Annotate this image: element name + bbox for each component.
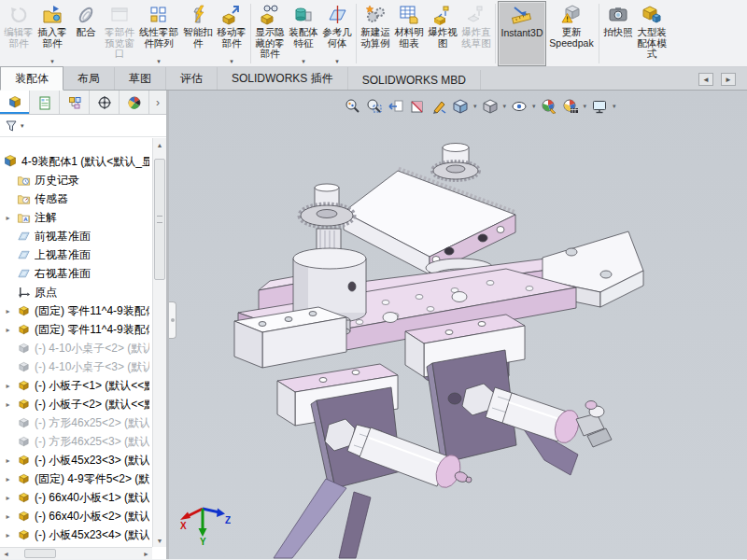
ribbon-button-bill-of-materials[interactable]: 材料明 细表 [392,1,426,66]
tab-layout[interactable]: 布局 [63,67,115,90]
tab-propertymanager[interactable] [30,91,60,114]
dropdown-arrow-icon[interactable]: ▾ [230,58,233,66]
tree-item-part[interactable]: ▸(-) 小板45x23<3> (默认<< [3,451,149,469]
tree-item-part-suppressed[interactable]: (-) 方形46x25<2> (默认) [3,413,149,432]
origin-icon [17,286,31,300]
tree-item-part[interactable]: ▸(-) 小板45x23<4> (默认<< [3,525,149,544]
tree-horizontal-scrollbar[interactable]: ◄ ► [0,547,152,559]
tab-dimxpertmanager[interactable] [90,91,120,114]
tab-evaluate[interactable]: 评估 [166,67,218,90]
tree-item-annotations[interactable]: ▸注解 [3,208,149,227]
view-settings-icon[interactable] [591,98,608,115]
tab-scroll-right-button[interactable]: ► [721,73,736,86]
tab-sketch[interactable]: 草图 [115,67,166,90]
tree-vertical-scrollbar[interactable]: ▲ ▼ [152,138,166,547]
ribbon-button-move-component[interactable]: 移动零 部件 ▾ [215,1,248,66]
dropdown-arrow-icon[interactable]: ▾ [503,103,507,110]
ribbon-button-large-assembly-mode[interactable]: 大型装 配体模 式 [635,1,669,66]
zoom-to-fit-icon[interactable] [345,98,361,115]
view-orientation-icon[interactable] [452,98,469,115]
ribbon-button-linear-pattern[interactable]: 线性零部 件阵列 ▾ [136,1,181,66]
expand-arrow-icon[interactable]: ▸ [3,512,13,521]
dropdown-arrow-icon[interactable]: ▾ [335,58,339,66]
dropdown-arrow-icon[interactable]: ▾ [613,103,616,110]
panel-splitter-handle[interactable] [169,301,176,339]
tree-item-part-suppressed[interactable]: (-) 4-10小桌子<2> (默认) [3,339,149,357]
hide-show-items-icon[interactable] [511,98,528,115]
scrollbar-thumb[interactable] [24,549,56,558]
tree-item-front-plane[interactable]: 前视基准面 [3,227,149,245]
zoom-to-area-icon[interactable] [366,98,383,115]
apply-scene-icon[interactable] [562,98,579,115]
ribbon-button-assembly-features[interactable]: 装配体 特征 ▾ [287,1,320,66]
tree-item-right-plane[interactable]: 右视基准面 [3,264,149,283]
ribbon-button-mate[interactable]: 配合 [69,1,103,66]
scrollbar-thumb[interactable] [154,159,165,280]
dropdown-arrow-icon[interactable]: ▾ [50,58,54,66]
tree-item-part[interactable]: ▸(固定) 4-9零件5<2> (默认< [3,469,149,488]
dropdown-arrow-icon[interactable]: ▾ [473,103,477,110]
tree-item-origin[interactable]: 原点 [3,283,149,301]
tab-scroll-left-button[interactable]: ◄ [698,73,713,86]
expand-arrow-icon[interactable]: ▸ [3,214,13,222]
scrollbar-left-arrow[interactable]: ◄ [0,548,12,559]
tree-item-history[interactable]: 历史记录 [3,171,149,189]
tree-item-part[interactable]: ▸(固定) 零件11^4-9装配体1< [3,301,149,320]
dropdown-arrow-icon[interactable]: ▾ [302,58,305,66]
dropdown-arrow-icon[interactable]: ▾ [532,103,536,110]
tree-item-part-suppressed[interactable]: (-) 4-10小桌子<3> (默认) [3,357,149,376]
tree-item-part-suppressed[interactable]: (-) 方形46x25<3> (默认) [3,432,149,451]
expand-arrow-icon[interactable]: ▸ [3,326,13,334]
ribbon-button-edit-component[interactable]: 编辑零 部件 [2,1,35,66]
tree-item-part[interactable]: ▸(-) 66x40小板<2> (默认<< [3,507,149,525]
ribbon-button-component-preview[interactable]: 零部件 预览窗 口 [103,1,136,66]
expand-arrow-icon[interactable]: ▸ [3,494,13,502]
tree-item-top-plane[interactable]: 上视基准面 [3,245,149,264]
expand-arrow-icon[interactable]: ▸ [3,382,13,390]
expand-arrow-icon[interactable]: ▸ [3,531,13,539]
tree-item-part[interactable]: ▸(-) 小板子<2> (默认<<默认 [3,395,149,413]
tree-item-label: (固定) 零件11^4-9装配体1< [35,303,149,319]
assembly-3d-model[interactable] [169,91,747,559]
tab-solidworks-mbd[interactable]: SOLIDWORKS MBD [348,70,481,90]
ribbon-button-take-snapshot[interactable]: 拍快照 [601,1,635,66]
expand-arrow-icon[interactable]: ▸ [3,307,13,315]
tree-item-part[interactable]: ▸(-) 66x40小板<1> (默认<< [3,488,149,507]
tree-item-part[interactable]: ▸(-) 小板子<1> (默认<<默认 [3,376,149,395]
ribbon-button-reference-geometry[interactable]: 参考几 何体 ▾ [320,1,354,66]
plane-icon [17,230,31,244]
scrollbar-up-arrow[interactable]: ▲ [153,138,166,151]
tree-item-assembly-root[interactable]: 4-9装配体1 (默认<默认_显示状态-1> [3,152,149,171]
dropdown-arrow-icon[interactable]: ▾ [157,58,161,66]
tab-solidworks-addins[interactable]: SOLIDWORKS 插件 [218,67,348,90]
ribbon-button-instant3d[interactable]: Instant3D [498,1,546,66]
tab-displaymanager[interactable] [120,91,149,114]
filter-dropdown-arrow-icon[interactable]: ▾ [21,122,24,129]
ribbon-button-smart-fasteners[interactable]: 智能扣 件 [181,1,215,66]
annotation-view-icon[interactable] [430,98,447,115]
scrollbar-down-arrow[interactable]: ▼ [153,534,166,547]
dropdown-arrow-icon[interactable]: ▾ [584,103,587,110]
section-view-icon[interactable] [409,98,426,115]
previous-view-icon[interactable] [388,98,404,115]
graphics-viewport[interactable]: ▾ ▾ ▾ ▾ ▾ X Z Y [169,91,747,559]
ribbon-button-insert-component[interactable]: 插入零 部件 ▾ [35,1,69,66]
expand-arrow-icon[interactable]: ▸ [3,400,13,409]
tab-featuremanager-design-tree[interactable] [0,91,30,114]
edit-appearance-icon[interactable] [541,98,557,115]
filter-funnel-icon[interactable] [5,119,18,133]
ribbon-button-explode-line-sketch[interactable]: 爆炸直 线草图 [459,1,493,66]
ribbon-button-exploded-view[interactable]: 爆炸视 图 [426,1,459,66]
expand-arrow-icon[interactable]: ▸ [3,475,13,483]
scrollbar-right-arrow[interactable]: ► [140,548,152,559]
ribbon-button-new-motion-study[interactable]: 新建运 动算例 [359,1,392,66]
expand-arrow-icon[interactable]: ▸ [3,456,13,465]
tab-configurationmanager[interactable] [60,91,90,114]
display-style-icon[interactable] [482,98,499,115]
ribbon-button-update-speedpak[interactable]: 更新 Speedpak [546,1,597,66]
tree-item-part[interactable]: ▸(固定) 零件11^4-9装配体1< [3,320,149,339]
panel-tab-overflow-chevron[interactable]: › [149,91,166,114]
tab-assembly[interactable]: 装配体 [0,66,63,91]
ribbon-button-show-hidden-components[interactable]: 显示隐 藏的零 部件 [253,1,287,66]
tree-item-sensors[interactable]: 传感器 [3,189,149,208]
